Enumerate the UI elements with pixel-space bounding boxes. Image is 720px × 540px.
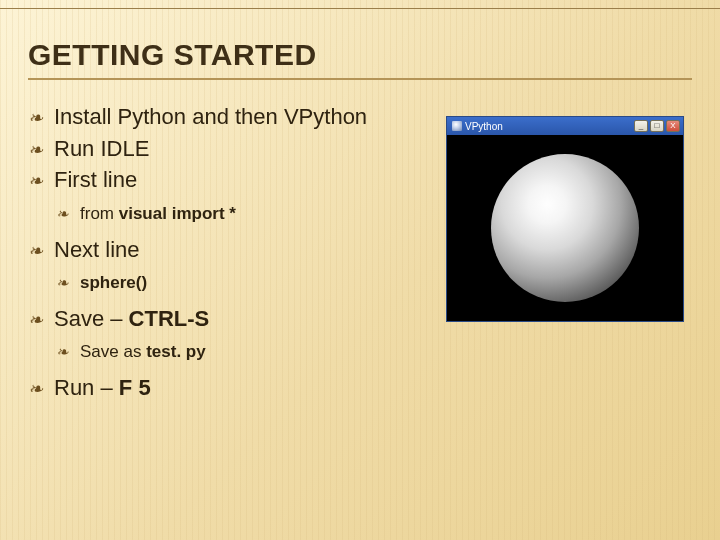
sphere-render	[491, 154, 639, 302]
subitem-text-pre: Save as	[80, 342, 146, 361]
bullet-icon: ❧	[28, 106, 43, 130]
slide: GETTING STARTED ❧ Install Python and the…	[0, 0, 720, 540]
item-first-line: ❧ First line	[28, 165, 428, 195]
vpython-canvas	[447, 135, 683, 321]
vpython-title-text: VPython	[465, 121, 503, 132]
sub-bullet-icon: ❧	[56, 341, 69, 364]
item-install: ❧ Install Python and then VPython	[28, 102, 428, 132]
item-text: First line	[54, 167, 137, 192]
bullet-icon: ❧	[28, 138, 43, 162]
subitem-text-pre: from	[80, 204, 119, 223]
slide-title: GETTING STARTED	[28, 38, 692, 80]
window-control-buttons: _ □ X	[634, 120, 680, 132]
subitem-text-bold: test. py	[146, 342, 206, 361]
minimize-button[interactable]: _	[634, 120, 648, 132]
maximize-button[interactable]: □	[650, 120, 664, 132]
subitem-text-bold: visual import *	[119, 204, 236, 223]
item-run-f5: ❧ Run – F 5	[28, 373, 428, 403]
bullet-icon: ❧	[28, 239, 43, 263]
vpython-title-group: VPython	[452, 121, 503, 132]
subitem-sphere: ❧ sphere()	[28, 270, 428, 296]
vpython-titlebar: VPython _ □ X	[447, 117, 683, 135]
item-text-bold: F 5	[119, 375, 151, 400]
bullet-list: ❧ Install Python and then VPython ❧ Run …	[28, 102, 428, 405]
close-button[interactable]: X	[666, 120, 680, 132]
sub-bullet-icon: ❧	[56, 272, 69, 295]
sub-bullet-icon: ❧	[56, 203, 69, 226]
vpython-app-icon	[452, 121, 462, 131]
bullet-icon: ❧	[28, 377, 43, 401]
item-text-bold: CTRL-S	[129, 306, 210, 331]
item-text-pre: Save –	[54, 306, 129, 331]
item-save: ❧ Save – CTRL-S	[28, 304, 428, 334]
vpython-window: VPython _ □ X	[446, 116, 684, 322]
vpython-figure: VPython _ □ X	[446, 116, 684, 405]
item-run-idle: ❧ Run IDLE	[28, 134, 428, 164]
item-text: Install Python and then VPython	[54, 104, 367, 129]
subitem-text: sphere()	[80, 273, 147, 292]
item-text-pre: Run –	[54, 375, 119, 400]
subitem-from-visual: ❧ from visual import *	[28, 201, 428, 227]
item-text: Run IDLE	[54, 136, 149, 161]
item-next-line: ❧ Next line	[28, 235, 428, 265]
slide-content: ❧ Install Python and then VPython ❧ Run …	[28, 102, 692, 405]
subitem-save-as: ❧ Save as test. py	[28, 339, 428, 365]
bullet-icon: ❧	[28, 308, 43, 332]
item-text: Next line	[54, 237, 140, 262]
bullet-icon: ❧	[28, 169, 43, 193]
